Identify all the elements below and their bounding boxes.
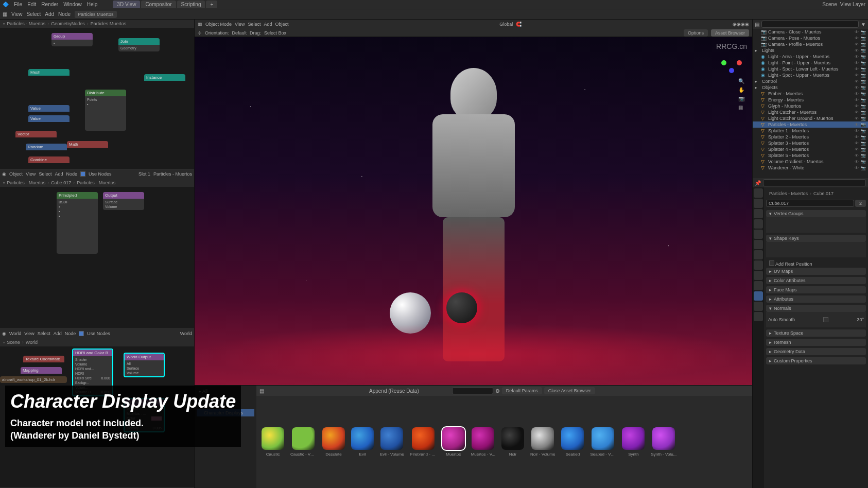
asset-browser-btn[interactable]: Asset Browser [711,29,749,37]
vis-icons[interactable]: 👁📷 [855,79,866,84]
ps-attributes[interactable]: ▸ Attributes [766,295,866,303]
wt-node[interactable]: Node [65,331,76,336]
orientation-dropdown[interactable]: Default [232,30,247,36]
node-principled[interactable]: PrincipledBSDF••• [57,192,98,254]
outliner-row[interactable]: ▽Splatter 2 - Muertos👁📷 [753,134,868,140]
st-object[interactable]: Object [9,171,23,177]
ptab-object[interactable] [754,240,763,249]
outliner-row[interactable]: ▽Light Catcher - Muertos👁📷 [753,109,868,115]
node-mapping[interactable]: Mapping [21,367,62,374]
ps-facemaps[interactable]: ▸ Face Maps [766,286,866,293]
asset-item[interactable]: Caustic - Vol... [290,427,316,457]
st-editor-icon[interactable]: ◉ [2,171,6,177]
ptab-material[interactable] [754,302,763,311]
vp-editor-icon[interactable]: ▦ [198,22,202,27]
filter-icon[interactable]: ▤ [259,388,264,394]
tab-compositor[interactable]: Compositor [141,1,176,8]
ptab-render[interactable] [754,188,763,198]
st-add[interactable]: Add [55,171,63,177]
sbc-cube[interactable]: Cube.017 [51,180,71,185]
vis-icons[interactable]: 👁📷 [855,55,866,59]
asset-item[interactable]: Synth - Volu... [651,427,676,457]
pbc-data[interactable]: Cube.017 [813,191,834,196]
node-random[interactable]: Random [26,144,67,150]
wt-editor-icon[interactable]: ◉ [2,331,6,336]
bc-particles[interactable]: Particles - Muertos [7,21,45,26]
asset-search[interactable] [452,387,493,394]
outliner-row[interactable]: ▽Splatter 5 - Muertos👁📷 [753,152,868,159]
gizmo-icon[interactable]: ⊹ [198,30,202,36]
asset-item[interactable]: Muertos [442,427,465,457]
vis-icons[interactable]: 👁📷 [855,67,866,72]
ptab-physics[interactable] [754,271,763,280]
options-btn[interactable]: Options [684,29,708,37]
vis-icons[interactable]: 👁📷 [855,160,866,164]
node-instance[interactable]: Instance [144,74,185,81]
pin-icon[interactable]: 📌 [755,180,761,186]
users-count[interactable]: 2 [855,200,866,207]
node-world-output[interactable]: World Output All Surface Volume [124,353,165,377]
asset-item[interactable]: Synth [622,427,645,457]
wt-view[interactable]: View [24,331,34,336]
use-nodes-checkbox[interactable] [80,171,85,177]
vp-view[interactable]: View [235,22,245,27]
wt-world[interactable]: World [9,331,21,336]
node-value1[interactable]: Value [28,105,70,112]
tab-add[interactable]: + [206,1,217,8]
vis-icons[interactable]: 👁📷 [855,116,866,121]
hdr-node[interactable]: Node [58,11,71,17]
menu-window[interactable]: Window [63,2,82,7]
filter-icon[interactable]: ▼ [861,22,866,27]
vis-icons[interactable]: 👁📷 [855,166,866,170]
append-mode[interactable]: Append (Reuse Data) [369,388,419,394]
vis-icons[interactable]: 👁📷 [855,30,866,34]
outliner-row[interactable]: ▽Volume Gradient - Muertos👁📷 [753,159,868,165]
world-use-nodes[interactable] [79,331,84,336]
auto-smooth-val[interactable]: 30° [857,317,864,322]
node-mesh[interactable]: Mesh [28,69,70,76]
vis-icons[interactable]: 👁📷 [855,61,866,65]
vis-icons[interactable]: 👁📷 [855,42,866,47]
vis-icons[interactable]: 👁📷 [855,104,866,109]
vis-icons[interactable]: 👁📷 [855,141,866,146]
ptab-modifiers[interactable] [754,250,763,259]
tab-scripting[interactable]: Scripting [177,1,205,8]
particles-dropdown[interactable]: Particles Muertos [75,11,117,18]
menu-help[interactable]: Help [87,2,98,7]
vertex-groups-body[interactable] [766,217,866,233]
object-name-field[interactable] [766,200,854,207]
world-data[interactable]: World [180,331,192,336]
ps-colorattr[interactable]: ▸ Color Attributes [766,277,866,284]
scene-dropdown[interactable]: Scene [822,2,837,7]
outliner-row[interactable]: 📷Camera - Profile - Muertos👁📷 [753,41,868,47]
outliner-row[interactable]: ◉Light - Spot - Lower Left - Muertos👁📷 [753,66,868,72]
outliner-row[interactable]: ▸Objects👁📷 [753,84,868,91]
auto-smooth-check[interactable] [823,317,828,322]
st-select[interactable]: Select [39,171,51,177]
filter-gear-icon[interactable]: ⚙ [495,388,500,394]
outliner-row[interactable]: ▽Light Catcher Ground - Muertos👁📷 [753,115,868,121]
menu-render[interactable]: Render [41,2,58,7]
vis-icons[interactable]: 👁📷 [855,36,866,41]
node-output[interactable]: OutputSurfaceVolume [103,192,144,210]
slot-dropdown[interactable]: Slot 1 [138,171,150,177]
prop-search[interactable] [763,179,866,186]
outliner-row[interactable]: ▽Wanderer - White👁📷 [753,165,868,171]
outliner-row[interactable]: ▽Glyph - Muertos👁📷 [753,103,868,109]
asset-item[interactable]: Evil - Volume [380,427,404,457]
close-asset-browser-btn[interactable]: Close Asset Browser [544,387,595,394]
vis-icons[interactable]: 👁📷 [855,92,866,96]
node-hdri-path[interactable]: aircraft_workshop_01_2k.hdr [0,376,67,383]
outliner-row[interactable]: 📷Camera - Close - Muertos👁📷 [753,29,868,35]
asset-item[interactable]: Noir [501,427,524,457]
node-math[interactable]: Math [67,141,108,148]
node-distribute[interactable]: DistributePoints• [85,90,126,131]
menu-file[interactable]: File [14,2,22,7]
node-combine[interactable]: Combine [28,156,70,163]
ptab-world[interactable] [754,230,763,239]
outliner-row[interactable]: ◉Light - Area - Upper - Muertos👁📷 [753,54,868,60]
vis-icons[interactable]: 👁📷 [855,98,866,102]
outliner-row[interactable]: ▽Splatter 4 - Muertos👁📷 [753,146,868,152]
ptab-texture[interactable] [754,312,763,321]
ptab-viewlayer[interactable] [754,209,763,218]
